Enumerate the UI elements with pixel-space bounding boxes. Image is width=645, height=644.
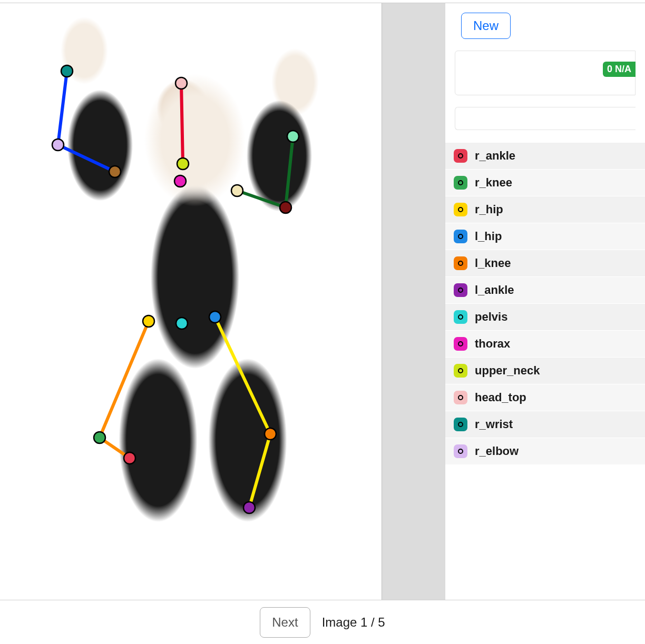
keypoint-thorax[interactable]	[174, 175, 186, 187]
keypoint-label: r_elbow	[475, 444, 519, 458]
keypoint-r_elbow[interactable]	[52, 139, 64, 151]
bone-l_shoulder-l_elbow[interactable]	[237, 191, 286, 207]
keypoint-list: r_ankler_kneer_hipl_hipl_kneel_anklepelv…	[445, 143, 645, 600]
keypoint-l_ankle[interactable]	[243, 502, 255, 513]
keypoint-r_shoulder[interactable]	[109, 166, 121, 177]
keypoint-label: l_ankle	[475, 283, 514, 297]
keypoint-label: r_knee	[475, 176, 512, 190]
keypoint-r_ankle[interactable]	[124, 452, 135, 464]
color-swatch-icon	[454, 256, 467, 270]
keypoint-l_knee[interactable]	[265, 428, 276, 440]
keypoint-l_wrist[interactable]	[287, 131, 299, 142]
keypoint-row-l_knee[interactable]: l_knee	[445, 250, 645, 277]
color-swatch-icon	[454, 364, 467, 378]
sidebar: New 0 N/A r_ankler_kneer_hipl_hipl_kneel…	[445, 3, 645, 600]
keypoint-head_top[interactable]	[175, 77, 187, 89]
bone-head_top-upper_neck[interactable]	[181, 83, 183, 164]
bone-l_hip-l_knee[interactable]	[215, 317, 270, 434]
main-row: New 0 N/A r_ankler_kneer_hipl_hipl_kneel…	[0, 3, 645, 600]
keypoint-r_wrist[interactable]	[61, 65, 73, 77]
keypoint-label: l_hip	[475, 230, 502, 243]
color-swatch-icon	[454, 418, 467, 431]
keypoint-row-l_ankle[interactable]: l_ankle	[445, 277, 645, 304]
keypoint-row-upper_neck[interactable]: upper_neck	[445, 358, 645, 384]
annotation-layer[interactable]	[0, 3, 370, 557]
bone-r_hip-r_knee[interactable]	[100, 321, 149, 438]
keypoint-l_hip[interactable]	[209, 311, 221, 323]
color-swatch-icon	[454, 176, 467, 190]
keypoint-row-r_hip[interactable]: r_hip	[445, 196, 645, 223]
keypoint-row-pelvis[interactable]: pelvis	[445, 304, 645, 331]
keypoint-label: r_ankle	[475, 149, 515, 163]
keypoint-label: r_hip	[475, 203, 503, 216]
keypoint-label: pelvis	[475, 310, 507, 324]
keypoint-row-r_wrist[interactable]: r_wrist	[445, 411, 645, 438]
sidebar-header: New 0 N/A	[445, 3, 645, 143]
keypoint-label: l_knee	[475, 256, 511, 270]
keypoint-row-r_elbow[interactable]: r_elbow	[445, 438, 645, 465]
canvas-area[interactable]	[0, 3, 382, 600]
color-swatch-icon	[454, 310, 467, 324]
keypoint-upper_neck[interactable]	[177, 158, 189, 170]
color-swatch-icon	[454, 203, 467, 216]
keypoint-label: r_wrist	[475, 418, 513, 431]
bone-r_elbow-r_shoulder[interactable]	[58, 145, 115, 172]
bone-l_elbow-l_wrist[interactable]	[286, 136, 293, 207]
info-card: 0 N/A	[455, 51, 636, 95]
next-button[interactable]: Next	[260, 607, 310, 638]
color-swatch-icon	[454, 444, 467, 458]
keypoint-row-r_knee[interactable]: r_knee	[445, 170, 645, 196]
color-swatch-icon	[454, 283, 467, 297]
keypoint-label: thorax	[475, 337, 510, 351]
new-button[interactable]: New	[461, 13, 511, 39]
right-gutter	[382, 3, 445, 600]
pager-status: Image 1 / 5	[322, 615, 385, 630]
keypoint-row-head_top[interactable]: head_top	[445, 384, 645, 411]
keypoint-l_elbow[interactable]	[280, 202, 291, 213]
color-swatch-icon	[454, 230, 467, 243]
keypoint-row-thorax[interactable]: thorax	[445, 331, 645, 358]
na-badge: 0 N/A	[603, 62, 636, 77]
keypoint-pelvis[interactable]	[176, 318, 188, 329]
keypoint-row-r_ankle[interactable]: r_ankle	[445, 143, 645, 170]
color-swatch-icon	[454, 391, 467, 404]
keypoint-label: upper_neck	[475, 364, 540, 378]
keypoint-r_hip[interactable]	[143, 315, 154, 327]
keypoint-l_shoulder[interactable]	[231, 185, 243, 196]
color-swatch-icon	[454, 149, 467, 163]
app-root: New 0 N/A r_ankler_kneer_hipl_hipl_kneel…	[0, 0, 645, 644]
keypoint-label: head_top	[475, 391, 526, 404]
keypoint-row-l_hip[interactable]: l_hip	[445, 223, 645, 250]
bone-r_wrist-r_elbow[interactable]	[58, 71, 67, 145]
search-slot[interactable]	[455, 107, 636, 130]
keypoint-r_knee[interactable]	[94, 432, 105, 443]
bottom-bar: Next Image 1 / 5	[0, 600, 645, 644]
color-swatch-icon	[454, 337, 467, 351]
bone-l_knee-l_ankle[interactable]	[249, 434, 270, 508]
